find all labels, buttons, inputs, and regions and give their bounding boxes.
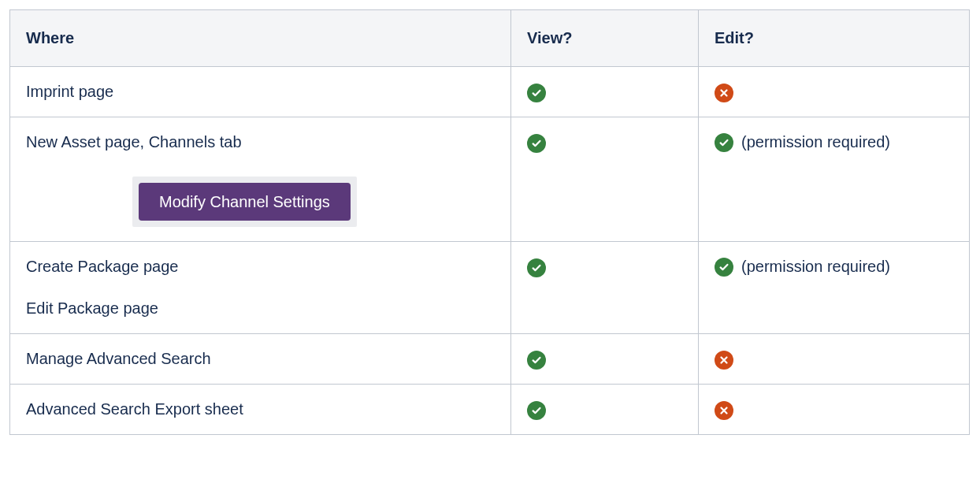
- where-cell: New Asset page, Channels tab Modify Chan…: [10, 117, 511, 242]
- view-cell: [511, 242, 699, 334]
- where-cell: Create Package page Edit Package page: [10, 242, 511, 334]
- modify-button-container: Modify Channel Settings: [132, 177, 357, 227]
- header-edit: Edit?: [699, 10, 970, 67]
- edit-cell: [699, 334, 970, 385]
- where-text: Imprint page: [26, 83, 113, 100]
- where-cell: Manage Advanced Search: [10, 334, 511, 385]
- check-icon: [715, 258, 733, 277]
- where-text: Manage Advanced Search: [26, 350, 211, 367]
- view-cell: [511, 385, 699, 435]
- permission-note: (permission required): [741, 256, 890, 277]
- modify-channel-settings-button[interactable]: Modify Channel Settings: [139, 183, 351, 221]
- edit-cell: (permission required): [699, 117, 970, 242]
- check-icon: [527, 134, 546, 153]
- edit-cell: [699, 385, 970, 435]
- edit-cell: (permission required): [699, 242, 970, 334]
- where-text: New Asset page, Channels tab: [26, 133, 242, 151]
- check-icon: [527, 84, 546, 102]
- table-row: Manage Advanced Search: [10, 334, 970, 385]
- where-cell: Advanced Search Export sheet: [10, 385, 511, 435]
- where-text: Edit Package page: [26, 298, 495, 319]
- view-cell: [511, 334, 699, 385]
- table-row: Create Package page Edit Package page (p…: [10, 242, 970, 334]
- where-cell: Imprint page: [10, 67, 511, 117]
- permission-note: (permission required): [741, 132, 890, 153]
- edit-cell: [699, 67, 970, 117]
- where-text: Create Package page: [26, 258, 178, 275]
- check-icon: [715, 133, 733, 152]
- permissions-table: Where View? Edit? Imprint page: [9, 9, 970, 435]
- cross-icon: [715, 401, 733, 420]
- header-view: View?: [511, 10, 699, 67]
- view-cell: [511, 67, 699, 117]
- view-cell: [511, 117, 699, 242]
- check-icon: [527, 351, 546, 370]
- check-icon: [527, 401, 546, 420]
- cross-icon: [715, 84, 733, 102]
- where-text: Advanced Search Export sheet: [26, 400, 243, 418]
- table-row: New Asset page, Channels tab Modify Chan…: [10, 117, 970, 242]
- check-icon: [527, 258, 546, 277]
- cross-icon: [715, 351, 733, 370]
- table-row: Advanced Search Export sheet: [10, 385, 970, 435]
- header-where: Where: [10, 10, 511, 67]
- table-row: Imprint page: [10, 67, 970, 117]
